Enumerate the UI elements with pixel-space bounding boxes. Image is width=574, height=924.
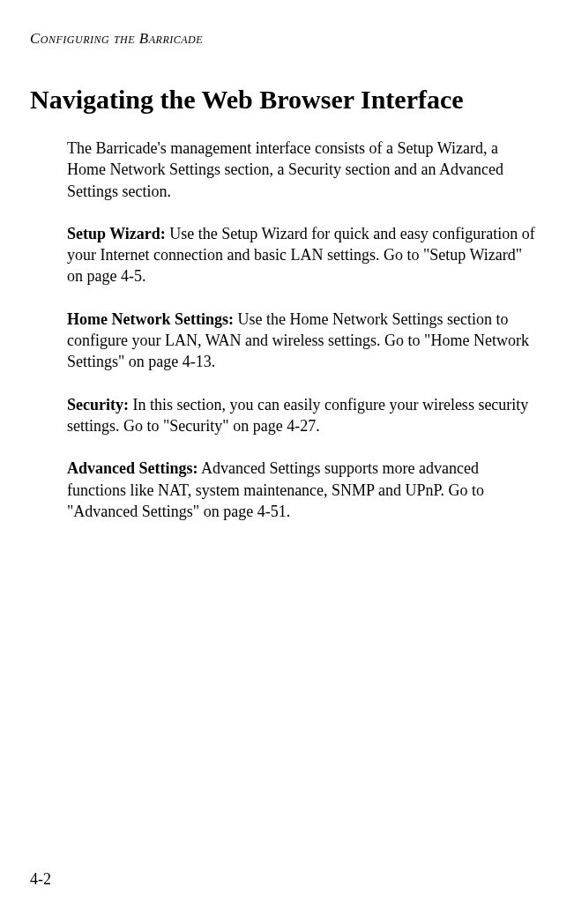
page-title: Navigating the Web Browser Interface [30,85,544,115]
section-title-setup-wizard: Setup Wizard: [67,225,166,242]
page-number: 4-2 [30,870,51,889]
section-setup-wizard: Setup Wizard: Use the Setup Wizard for q… [67,223,537,287]
section-title-home-network: Home Network Settings: [67,310,234,328]
section-text-security: In this section, you can easily configur… [67,396,528,435]
section-advanced: Advanced Settings: Advanced Settings sup… [67,458,537,522]
body-content: The Barricade's management interface con… [30,138,544,522]
section-home-network: Home Network Settings: Use the Home Netw… [67,309,537,373]
section-title-security: Security: [67,396,129,414]
section-security: Security: In this section, you can easil… [67,394,537,437]
running-header: Configuring the Barricade [30,30,544,48]
section-title-advanced: Advanced Settings: [67,459,198,477]
intro-paragraph: The Barricade's management interface con… [67,138,537,202]
